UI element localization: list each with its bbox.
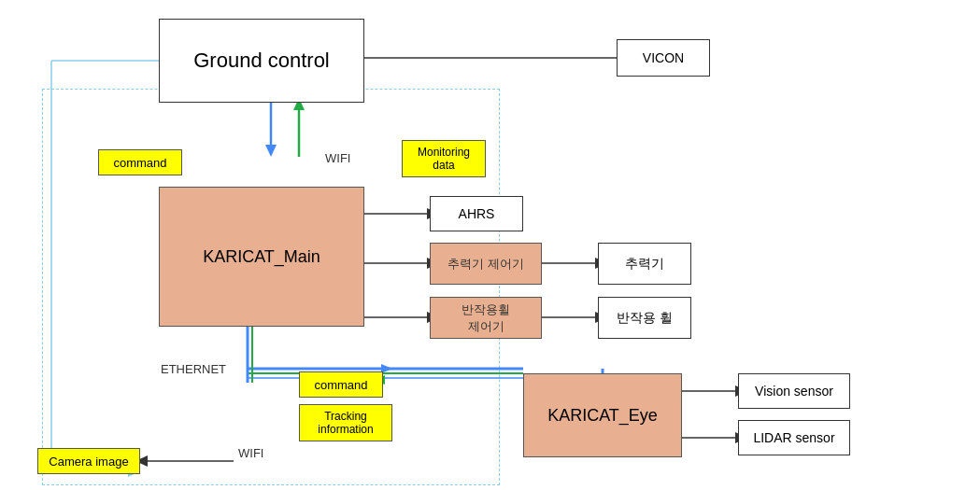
ahrs-label: AHRS bbox=[459, 206, 495, 221]
reaction-box: 반작용 휠 bbox=[598, 297, 691, 339]
thruster-box: 추력기 bbox=[598, 243, 691, 285]
camera-label: Camera image bbox=[37, 448, 140, 474]
ethernet-text: ETHERNET bbox=[161, 362, 226, 376]
vision-sensor-box: Vision sensor bbox=[738, 373, 850, 409]
monitoring-label: Monitoring data bbox=[402, 140, 486, 177]
svg-marker-3 bbox=[265, 145, 277, 157]
lidar-sensor-label: LIDAR sensor bbox=[753, 430, 834, 445]
reaction-ctrl-label: 반작용휠 제어기 bbox=[462, 301, 510, 335]
diagram: Ground control VICON command Monitoring … bbox=[0, 0, 980, 490]
ahrs-box: AHRS bbox=[430, 196, 523, 231]
karicat-main-box: KARICAT_Main bbox=[159, 187, 364, 327]
command-bottom-label: command bbox=[299, 371, 383, 398]
vision-sensor-label: Vision sensor bbox=[755, 384, 833, 399]
wifi-bottom-text: WIFI bbox=[238, 446, 263, 460]
reaction-label: 반작용 휠 bbox=[617, 310, 673, 327]
command-top-label: command bbox=[98, 149, 182, 175]
lidar-sensor-box: LIDAR sensor bbox=[738, 420, 850, 455]
ground-control-box: Ground control bbox=[159, 19, 364, 103]
wifi-top-text: WIFI bbox=[325, 151, 350, 165]
thruster-label: 추력기 bbox=[625, 256, 664, 273]
karicat-main-label: KARICAT_Main bbox=[203, 247, 320, 267]
thruster-ctrl-box: 추력기 제어기 bbox=[430, 243, 542, 285]
vicon-label: VICON bbox=[643, 50, 684, 65]
karicat-eye-box: KARICAT_Eye bbox=[523, 373, 682, 457]
ground-control-label: Ground control bbox=[193, 49, 330, 73]
karicat-eye-label: KARICAT_Eye bbox=[547, 406, 658, 426]
tracking-label: Tracking information bbox=[299, 404, 392, 441]
thruster-ctrl-label: 추력기 제어기 bbox=[447, 256, 524, 273]
reaction-ctrl-box: 반작용휠 제어기 bbox=[430, 297, 542, 339]
vicon-box: VICON bbox=[617, 39, 710, 77]
